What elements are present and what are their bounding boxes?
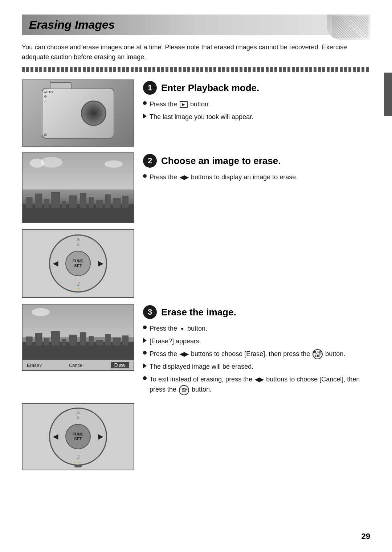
svg-rect-9 [96, 200, 103, 208]
svg-rect-18 [62, 339, 66, 345]
erase-button-label: Erase [111, 362, 129, 368]
step-1-text-2: The last image you took will appear. [150, 112, 253, 122]
page-title: Erasing Images [29, 18, 363, 32]
svg-rect-20 [80, 332, 86, 345]
svg-rect-23 [105, 334, 111, 345]
title-corner-decoration [327, 15, 370, 40]
svg-rect-11 [113, 198, 121, 208]
step-1-image: AUTO⚙☆ ⊞ [22, 79, 134, 147]
content-area: AUTO⚙☆ ⊞ 1 Enter Playback mode. [22, 79, 370, 476]
step-1-bullet-1: Press the ▶ button. [143, 99, 370, 110]
step-3-image-sky: Erase? Cancel Erase [22, 304, 134, 371]
svg-rect-17 [51, 331, 60, 345]
svg-rect-22 [96, 340, 103, 345]
step-3-instructions: 3 Erase the image. Press the ▼ button. [… [143, 304, 370, 397]
step-2-images [22, 152, 134, 223]
step-3-bullet-2: [Erase?] appears. [143, 336, 370, 347]
step-2-title: Choose an image to erase. [161, 155, 281, 167]
step-2-number: 2 [143, 154, 157, 168]
cancel-label: Cancel [69, 363, 83, 368]
nav-bottom-icon: ☽⌛ [76, 281, 80, 289]
step-nav2-image: ◀ ▶ ⊞△ ☽⌛ FUNCSET [22, 403, 134, 470]
step-3-bullet-3: Press the ◀▶ buttons to choose [Erase], … [143, 349, 370, 359]
step-3-bullet-1: Press the ▼ button. [143, 323, 370, 334]
step-2-header: 2 Choose an image to erase. [143, 154, 370, 168]
lr-arrows-icon-3: ◀▶ [255, 375, 264, 384]
step-2-image [22, 152, 134, 223]
intro-text: You can choose and erase images one at a… [22, 42, 370, 62]
side-tab [384, 73, 392, 116]
step-2-text-1: Press the ◀▶ buttons to display an image… [150, 172, 298, 183]
svg-rect-12 [122, 196, 128, 208]
bullet-circle-icon [143, 101, 147, 105]
nav2-left-arrow: ◀ [53, 433, 58, 441]
bullet-circle-3a [143, 326, 147, 329]
step-3-bullet-5: To exit instead of erasing, press the ◀▶… [143, 374, 370, 395]
step-3-number: 3 [143, 305, 157, 319]
svg-rect-15 [35, 333, 42, 345]
nav2-press-indicator [74, 465, 82, 467]
svg-rect-25 [122, 335, 128, 345]
cam-icons: AUTO⚙☆ [44, 90, 53, 104]
svg-rect-19 [69, 335, 77, 345]
svg-rect-1 [26, 197, 33, 208]
step-3-text-1: Press the ▼ button. [150, 323, 207, 334]
step-1-title: Enter Playback mode. [161, 82, 259, 94]
nav-top-icon: ⊞△ [77, 238, 79, 246]
step-3-text-3: Press the ◀▶ buttons to choose [Erase], … [150, 349, 345, 359]
erase-label: Erase? [27, 363, 42, 368]
title-bar: Erasing Images [22, 15, 370, 35]
nav2-bottom-icon: ☽⌛ [76, 454, 80, 462]
func-set-icon-1: FUNCSET [313, 349, 323, 359]
step-3-text-5: To exit instead of erasing, press the ◀▶… [150, 374, 370, 395]
step-1-number: 1 [143, 81, 157, 95]
step-2-list: Press the ◀▶ buttons to display an image… [143, 172, 370, 183]
step-3-title: Erase the image. [161, 307, 236, 318]
svg-rect-16 [44, 338, 49, 345]
lr-arrows-icon: ◀▶ [180, 173, 188, 182]
step-nav2-empty [143, 403, 370, 405]
nav-left-arrow: ◀ [53, 259, 58, 267]
page-number: 29 [362, 532, 370, 541]
func-set-icon-2: FUNCSET [179, 385, 189, 395]
city-svg [23, 190, 134, 222]
nav2-center-button: FUNCSET [65, 424, 91, 449]
bullet-circle-3c [143, 376, 147, 380]
step-1-images: AUTO⚙☆ ⊞ [22, 79, 134, 147]
svg-rect-8 [89, 197, 94, 208]
stripe-divider [22, 67, 370, 72]
down-arrow-icon: ▼ [180, 325, 185, 333]
step-1-list: Press the ▶ button. The last image you t… [143, 99, 370, 122]
nav2-right-arrow: ▶ [98, 433, 103, 441]
svg-rect-2 [35, 193, 42, 208]
svg-rect-24 [113, 338, 121, 345]
step-nav-images: ◀ ▶ ⊞△ ☽⌛ FUNCSET [22, 229, 134, 298]
camera-illustration: AUTO⚙☆ ⊞ [42, 88, 114, 139]
corner-lines [332, 16, 368, 38]
bullet-arrow-3b [143, 363, 147, 368]
step-nav2-images: ◀ ▶ ⊞△ ☽⌛ FUNCSET [22, 403, 134, 470]
playback-icon: ▶ [180, 101, 188, 108]
erase-bar: Erase? Cancel Erase [23, 360, 134, 370]
svg-rect-6 [69, 195, 77, 208]
step-3-header: 3 Erase the image. [143, 305, 370, 319]
camera-top [50, 82, 72, 89]
step-3-row: Erase? Cancel Erase 3 Erase the image. P… [22, 304, 370, 397]
svg-rect-4 [51, 192, 60, 208]
cloud-4 [32, 308, 50, 316]
step-3-text-4: The displayed image will be erased. [150, 361, 253, 372]
nav-right-arrow: ▶ [98, 259, 103, 267]
nav-center-button: FUNCSET [65, 251, 91, 276]
step-nav2-row: ◀ ▶ ⊞△ ☽⌛ FUNCSET [22, 403, 370, 470]
nav-circle: ◀ ▶ ⊞△ ☽⌛ FUNCSET [49, 234, 107, 293]
step-1-instructions: 1 Enter Playback mode. Press the ▶ butto… [143, 79, 370, 124]
step-nav-empty [143, 229, 370, 230]
svg-rect-10 [105, 194, 111, 208]
step-3-images: Erase? Cancel Erase [22, 304, 134, 371]
svg-rect-21 [89, 336, 94, 345]
nav2-top-icon: ⊞△ [77, 411, 79, 419]
step-nav-image: ◀ ▶ ⊞△ ☽⌛ FUNCSET [22, 229, 134, 298]
step-2-instructions: 2 Choose an image to erase. Press the ◀▶… [143, 152, 370, 185]
step-3-bullet-4: The displayed image will be erased. [143, 361, 370, 372]
bullet-arrow-3a [143, 338, 147, 343]
